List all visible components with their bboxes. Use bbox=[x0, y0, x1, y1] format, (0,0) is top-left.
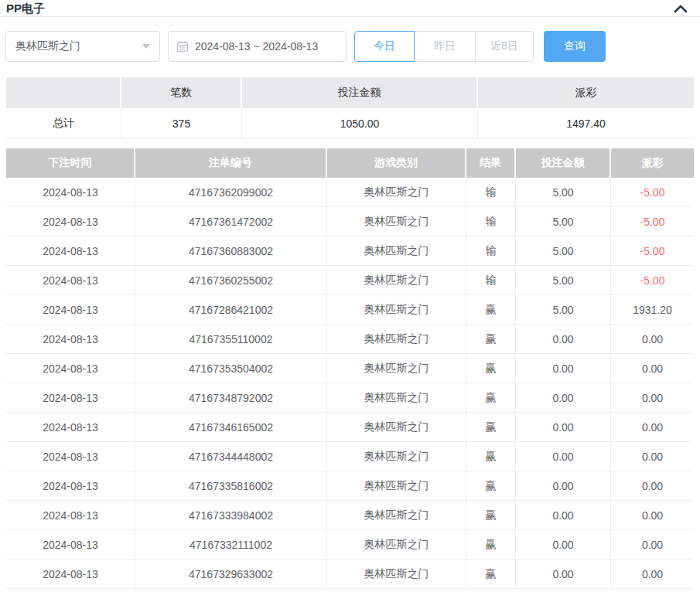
result-cell: 输 bbox=[466, 207, 516, 236]
game-type-cell: 奥林匹斯之门 bbox=[327, 325, 466, 353]
payout-cell: -5.00 bbox=[611, 207, 694, 236]
header-payout: 派彩 bbox=[611, 148, 694, 178]
result-cell: 输 bbox=[466, 236, 516, 265]
payout-cell: 0.00 bbox=[611, 471, 694, 500]
bet-id-cell: 47167348792002 bbox=[135, 383, 327, 412]
table-row: 2024-08-1347167335816002奥林匹斯之门赢0.000.00 bbox=[6, 471, 694, 501]
bet-id-cell: 47167344448002 bbox=[135, 442, 327, 471]
payout-cell: -5.00 bbox=[611, 178, 694, 206]
bet-id-cell: 47167360883002 bbox=[135, 236, 327, 265]
bets-table-body: 2024-08-1347167362099002奥林匹斯之门输5.00-5.00… bbox=[6, 178, 694, 589]
result-cell: 赢 bbox=[466, 413, 516, 441]
bet-amount-cell: 0.00 bbox=[516, 530, 611, 559]
bet-time-cell: 2024-08-13 bbox=[6, 178, 135, 206]
summary-header-count: 笔数 bbox=[121, 77, 242, 108]
today-button[interactable]: 今日 bbox=[354, 31, 415, 62]
bet-amount-cell: 0.00 bbox=[516, 354, 611, 383]
result-cell: 输 bbox=[466, 266, 516, 294]
game-type-cell: 奥林匹斯之门 bbox=[327, 266, 466, 294]
bet-time-cell: 2024-08-13 bbox=[6, 530, 135, 559]
table-row: 2024-08-1347167344448002奥林匹斯之门赢0.000.00 bbox=[6, 442, 694, 471]
payout-cell: 0.00 bbox=[611, 530, 694, 559]
bet-id-cell: 47167361472002 bbox=[135, 207, 327, 236]
bet-id-cell: 47167329633002 bbox=[135, 560, 327, 588]
header-result: 结果 bbox=[466, 148, 516, 178]
table-row: 2024-08-1347167333984002奥林匹斯之门赢0.000.00 bbox=[6, 501, 694, 530]
bet-id-cell: 47167355110002 bbox=[135, 325, 327, 353]
bet-amount-cell: 0.00 bbox=[516, 413, 611, 441]
header-bet-id: 注单编号 bbox=[135, 148, 327, 178]
result-cell: 输 bbox=[466, 178, 516, 206]
bet-amount-cell: 0.00 bbox=[516, 442, 611, 471]
bet-time-cell: 2024-08-13 bbox=[6, 295, 135, 324]
summary-total-bet-amount: 1050.00 bbox=[242, 108, 478, 139]
bets-table-header: 下注时间 注单编号 游戏类别 结果 投注金额 派彩 bbox=[6, 148, 694, 178]
payout-cell: 0.00 bbox=[611, 442, 694, 471]
summary-total-label: 总计 bbox=[6, 108, 121, 139]
payout-cell: 0.00 bbox=[611, 383, 694, 412]
bet-time-cell: 2024-08-13 bbox=[6, 354, 135, 383]
summary-total-payout: 1497.40 bbox=[478, 108, 694, 139]
caret-down-icon bbox=[142, 44, 150, 49]
table-row: 2024-08-1347167355110002奥林匹斯之门赢0.000.00 bbox=[6, 325, 694, 354]
summary-total-count: 375 bbox=[121, 108, 242, 139]
bet-time-cell: 2024-08-13 bbox=[6, 325, 135, 353]
table-row: 2024-08-1347167361472002奥林匹斯之门输5.00-5.00 bbox=[6, 207, 694, 236]
calendar-icon bbox=[176, 40, 189, 53]
table-row: 2024-08-1347167360883002奥林匹斯之门输5.00-5.00 bbox=[6, 236, 694, 266]
game-type-cell: 奥林匹斯之门 bbox=[327, 560, 466, 588]
summary-header-row: 笔数 投注金额 派彩 bbox=[6, 77, 694, 108]
collapse-panel-button[interactable] bbox=[672, 2, 689, 15]
result-cell: 赢 bbox=[466, 383, 516, 412]
game-select[interactable]: 奥林匹斯之门 bbox=[5, 31, 160, 62]
payout-cell: -5.00 bbox=[611, 266, 694, 294]
summary-total-row: 总计 375 1050.00 1497.40 bbox=[6, 108, 694, 139]
result-cell: 赢 bbox=[466, 501, 516, 529]
table-row: 2024-08-1347167286421002奥林匹斯之门赢5.001931.… bbox=[6, 295, 694, 325]
bet-time-cell: 2024-08-13 bbox=[6, 413, 135, 441]
chevron-up-icon bbox=[674, 5, 688, 13]
table-row: 2024-08-1347167329633002奥林匹斯之门赢0.000.00 bbox=[6, 560, 694, 589]
table-row: 2024-08-1347167332111002奥林匹斯之门赢0.000.00 bbox=[6, 530, 694, 560]
game-type-cell: 奥林匹斯之门 bbox=[327, 471, 466, 500]
payout-cell: 0.00 bbox=[611, 413, 694, 441]
bet-amount-cell: 5.00 bbox=[516, 236, 611, 265]
table-row: 2024-08-1347167348792002奥林匹斯之门赢0.000.00 bbox=[6, 383, 694, 413]
result-cell: 赢 bbox=[466, 295, 516, 324]
yesterday-button[interactable]: 昨日 bbox=[414, 31, 476, 62]
result-cell: 赢 bbox=[466, 560, 516, 588]
game-type-cell: 奥林匹斯之门 bbox=[327, 354, 466, 383]
payout-cell: 0.00 bbox=[611, 501, 694, 529]
bet-id-cell: 47167346165002 bbox=[135, 413, 327, 441]
header-bet-time: 下注时间 bbox=[6, 148, 135, 178]
game-type-cell: 奥林匹斯之门 bbox=[327, 413, 466, 441]
game-type-cell: 奥林匹斯之门 bbox=[327, 442, 466, 471]
game-type-cell: 奥林匹斯之门 bbox=[327, 236, 466, 265]
game-type-cell: 奥林匹斯之门 bbox=[327, 295, 466, 324]
bet-amount-cell: 0.00 bbox=[516, 325, 611, 353]
bet-amount-cell: 5.00 bbox=[516, 207, 611, 236]
bet-time-cell: 2024-08-13 bbox=[6, 207, 135, 236]
quick-range-button-group: 今日 昨日 近8日 bbox=[354, 31, 534, 62]
game-select-value: 奥林匹斯之门 bbox=[15, 39, 80, 53]
payout-cell: 1931.20 bbox=[611, 295, 694, 324]
last-8-days-button[interactable]: 近8日 bbox=[475, 31, 534, 62]
result-cell: 赢 bbox=[466, 354, 516, 383]
bet-time-cell: 2024-08-13 bbox=[6, 383, 135, 412]
payout-cell: 0.00 bbox=[611, 325, 694, 353]
game-type-cell: 奥林匹斯之门 bbox=[327, 383, 466, 412]
bet-id-cell: 47167353504002 bbox=[135, 354, 327, 383]
summary-header-payout: 派彩 bbox=[478, 77, 694, 108]
table-row: 2024-08-1347167353504002奥林匹斯之门赢0.000.00 bbox=[6, 354, 694, 383]
panel-header: PP电子 bbox=[0, 0, 700, 17]
date-range-value: 2024-08-13 ~ 2024-08-13 bbox=[195, 40, 318, 53]
date-range-input[interactable]: 2024-08-13 ~ 2024-08-13 bbox=[168, 31, 347, 62]
filter-bar: 奥林匹斯之门 2024-08-13 ~ 2024-08-13 今日 昨日 近8日 bbox=[5, 31, 694, 62]
summary-header-blank bbox=[6, 77, 121, 108]
table-row: 2024-08-1347167360255002奥林匹斯之门输5.00-5.00 bbox=[6, 266, 694, 295]
query-button[interactable]: 查询 bbox=[544, 31, 606, 62]
bet-time-cell: 2024-08-13 bbox=[6, 236, 135, 265]
game-type-cell: 奥林匹斯之门 bbox=[327, 178, 466, 206]
game-type-cell: 奥林匹斯之门 bbox=[327, 501, 466, 529]
bet-time-cell: 2024-08-13 bbox=[6, 560, 135, 588]
